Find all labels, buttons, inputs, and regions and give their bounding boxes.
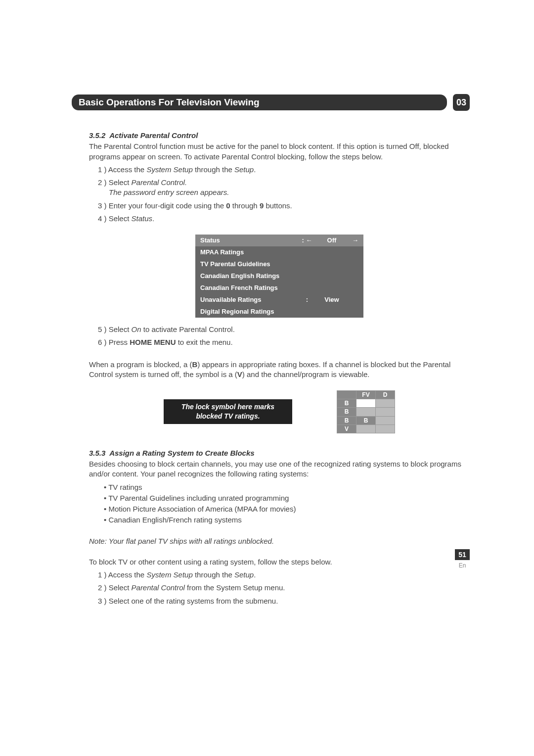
intro-paragraph-2: Besides choosing to block certain channe…	[89, 459, 470, 479]
step-1: 1 ) Access the System Setup through the …	[98, 165, 470, 175]
bullet-item: Canadian English/French rating systems	[104, 515, 470, 525]
menu-row: Canadian English Ratings	[195, 270, 363, 282]
menu-row-status: Status : ← Off →	[195, 235, 363, 246]
rating-grid: FVD B B BB V	[337, 390, 395, 433]
subsection-title: Assign a Rating System to Create Blocks	[109, 449, 254, 457]
bullet-item: TV ratings	[104, 482, 470, 492]
step-2: 2 ) Select Parental Control.The password…	[98, 178, 470, 198]
language-label: En	[455, 562, 470, 569]
step-2b: 2 ) Select Parental Control from the Sys…	[98, 583, 470, 593]
lead-paragraph: To block TV or other content using a rat…	[89, 557, 470, 567]
step-6: 6 ) Press HOME MENU to exit the menu.	[98, 337, 470, 347]
page-header: Basic Operations For Television Viewing …	[72, 94, 470, 111]
step-4: 4 ) Select Status.	[98, 214, 470, 224]
subsection-heading-2: 3.5.3 Assign a Rating System to Create B…	[89, 448, 470, 458]
step-1b: 1 ) Access the System Setup through the …	[98, 570, 470, 580]
menu-row: TV Parental Guidelines	[195, 258, 363, 270]
intro-paragraph: The Parental Control function must be ac…	[89, 142, 470, 162]
subsection-heading: 3.5.2 Activate Parental Control	[89, 131, 470, 141]
page-number-badge: 51	[455, 549, 470, 560]
bullet-item: Motion Picture Association of America (M…	[104, 504, 470, 514]
menu-row: Unavailable Ratings:View	[195, 294, 363, 306]
chapter-badge: 03	[453, 94, 470, 111]
step-3b: 3 ) Select one of the rating systems fro…	[98, 596, 470, 606]
menu-row: MPAA Ratings	[195, 246, 363, 258]
blocked-paragraph: When a program is blocked, a (B) appears…	[89, 360, 470, 380]
bullet-item: TV Parental Guidelines including unrated…	[104, 493, 470, 503]
callout-box: The lock symbol here marks blocked TV ra…	[164, 399, 292, 424]
section-title: Basic Operations For Television Viewing	[79, 97, 260, 108]
section-title-bar: Basic Operations For Television Viewing	[72, 94, 447, 110]
subsection-number: 3.5.3	[89, 449, 105, 457]
step-3: 3 ) Enter your four-digit code using the…	[98, 201, 470, 211]
subsection-number: 3.5.2	[89, 131, 105, 140]
step-5: 5 ) Select On to activate Parental Contr…	[98, 325, 470, 334]
menu-row: Digital Regional Ratings	[195, 306, 363, 318]
bullet-list: TV ratings TV Parental Guidelines includ…	[104, 482, 470, 525]
menu-row: Canadian French Ratings	[195, 282, 363, 294]
onscreen-menu: Status : ← Off → MPAA Ratings TV Parenta…	[195, 235, 363, 318]
subsection-title: Activate Parental Control	[109, 131, 198, 140]
page-footer: 51 En	[455, 549, 470, 569]
note: Note: Your flat panel TV ships with all …	[89, 536, 470, 546]
